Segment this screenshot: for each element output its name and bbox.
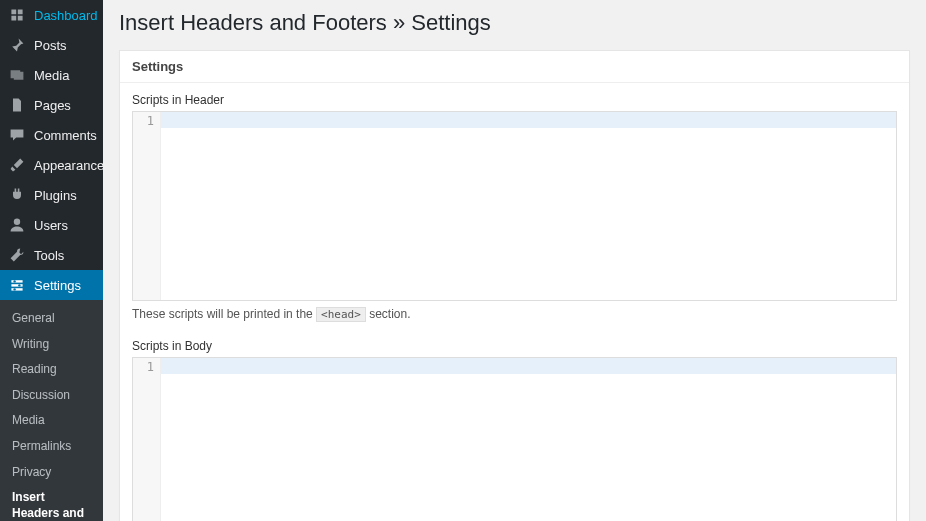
sidebar-item-settings[interactable]: Settings xyxy=(0,270,103,300)
svg-point-6 xyxy=(13,288,15,290)
svg-rect-2 xyxy=(11,284,22,286)
comment-icon xyxy=(8,126,26,144)
sidebar-item-comments[interactable]: Comments xyxy=(0,120,103,150)
sidebar-item-users[interactable]: Users xyxy=(0,210,103,240)
submenu-permalinks[interactable]: Permalinks xyxy=(0,434,103,460)
page-title: Insert Headers and Footers » Settings xyxy=(119,0,910,50)
user-icon xyxy=(8,216,26,234)
admin-sidebar: Dashboard Posts Media Pages Comments App… xyxy=(0,0,103,521)
scripts-header-field: Scripts in Header 1 These scripts will b… xyxy=(132,93,897,321)
sidebar-item-label: Users xyxy=(34,218,68,233)
media-icon xyxy=(8,66,26,84)
sidebar-item-label: Appearance xyxy=(34,158,104,173)
sidebar-item-label: Media xyxy=(34,68,69,83)
scripts-header-hint: These scripts will be printed in the <he… xyxy=(132,307,897,321)
sidebar-item-tools[interactable]: Tools xyxy=(0,240,103,270)
svg-point-5 xyxy=(18,284,20,286)
submenu-discussion[interactable]: Discussion xyxy=(0,383,103,409)
submenu-writing[interactable]: Writing xyxy=(0,332,103,358)
brush-icon xyxy=(8,156,26,174)
settings-icon xyxy=(8,276,26,294)
scripts-body-field: Scripts in Body 1 These scripts will be … xyxy=(132,339,897,521)
sidebar-item-label: Comments xyxy=(34,128,97,143)
submenu-media[interactable]: Media xyxy=(0,408,103,434)
submenu-reading[interactable]: Reading xyxy=(0,357,103,383)
line-number: 1 xyxy=(133,112,160,128)
submenu-insert-headers-footers[interactable]: Insert Headers and Footers xyxy=(0,485,103,521)
settings-panel: Settings Scripts in Header 1 These scrip… xyxy=(119,50,910,521)
plugin-icon xyxy=(8,186,26,204)
scripts-body-label: Scripts in Body xyxy=(132,339,897,353)
scripts-header-label: Scripts in Header xyxy=(132,93,897,107)
sidebar-item-pages[interactable]: Pages xyxy=(0,90,103,120)
dashboard-icon xyxy=(8,6,26,24)
editor-gutter: 1 xyxy=(133,358,161,521)
tool-icon xyxy=(8,246,26,264)
submenu-privacy[interactable]: Privacy xyxy=(0,460,103,486)
scripts-body-editor[interactable]: 1 xyxy=(132,357,897,521)
sidebar-item-posts[interactable]: Posts xyxy=(0,30,103,60)
editor-lines[interactable] xyxy=(161,358,896,521)
sidebar-item-dashboard[interactable]: Dashboard xyxy=(0,0,103,30)
scripts-header-editor[interactable]: 1 xyxy=(132,111,897,301)
head-tag-code: <head> xyxy=(316,307,366,322)
svg-point-4 xyxy=(13,280,15,282)
svg-point-0 xyxy=(14,219,20,225)
sidebar-item-label: Tools xyxy=(34,248,64,263)
sidebar-item-label: Pages xyxy=(34,98,71,113)
page-icon xyxy=(8,96,26,114)
sidebar-item-label: Plugins xyxy=(34,188,77,203)
svg-rect-3 xyxy=(11,288,22,290)
svg-rect-1 xyxy=(11,280,22,282)
sidebar-item-label: Dashboard xyxy=(34,8,98,23)
main-content: Insert Headers and Footers » Settings Se… xyxy=(103,0,926,521)
sidebar-item-plugins[interactable]: Plugins xyxy=(0,180,103,210)
line-number: 1 xyxy=(133,358,160,374)
sidebar-item-label: Settings xyxy=(34,278,81,293)
sidebar-item-media[interactable]: Media xyxy=(0,60,103,90)
sidebar-item-label: Posts xyxy=(34,38,67,53)
sidebar-item-appearance[interactable]: Appearance xyxy=(0,150,103,180)
editor-gutter: 1 xyxy=(133,112,161,300)
settings-submenu: General Writing Reading Discussion Media… xyxy=(0,300,103,521)
editor-lines[interactable] xyxy=(161,112,896,300)
pin-icon xyxy=(8,36,26,54)
panel-heading: Settings xyxy=(120,51,909,83)
submenu-general[interactable]: General xyxy=(0,306,103,332)
